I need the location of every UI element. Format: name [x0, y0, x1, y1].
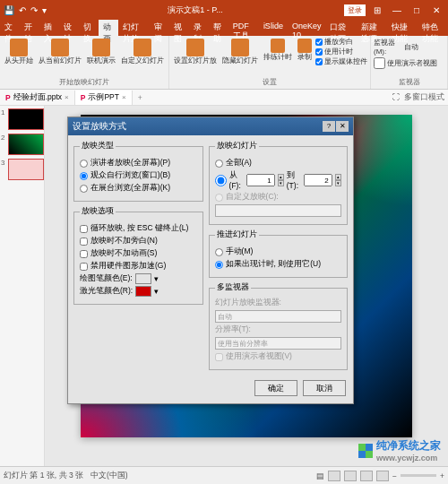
- sorter-view-icon[interactable]: [344, 471, 357, 481]
- setup-show-dialog: 设置放映方式 ?✕ 放映类型 演讲者放映(全屏幕)(P) 观众自行浏览(窗口)(…: [67, 117, 354, 404]
- file-tab-0[interactable]: P经验封面.pptx×: [0, 91, 75, 105]
- pen-color-picker[interactable]: [135, 273, 151, 284]
- cancel-button[interactable]: 取消: [303, 380, 346, 396]
- watermark: 纯净系统之家 www.ycwjz.com: [358, 438, 441, 462]
- dropdown-icon[interactable]: ▾: [154, 287, 159, 296]
- monitor-label: 监视器(M):: [374, 38, 401, 56]
- maximize-icon[interactable]: □: [409, 5, 425, 15]
- rehearse-button[interactable]: 排练计时: [262, 38, 294, 66]
- radio-speaker[interactable]: 演讲者放映(全屏幕)(P): [80, 158, 197, 169]
- radio-range-slides[interactable]: [215, 175, 227, 186]
- narration-check[interactable]: 播放旁白: [315, 38, 367, 47]
- watermark-icon: [358, 444, 373, 458]
- login-button[interactable]: 登录: [344, 4, 366, 16]
- menu-16[interactable]: 快捷功能: [387, 20, 418, 36]
- timing-check[interactable]: 使用计时: [315, 48, 367, 56]
- close-tab-icon[interactable]: ×: [65, 93, 69, 101]
- menu-1[interactable]: 开始: [20, 20, 39, 36]
- disable-hw-check[interactable]: 禁用硬件图形加速(G): [80, 261, 197, 272]
- presenter-view-check[interactable]: 使用演示者视图: [374, 57, 444, 69]
- loop-check[interactable]: 循环放映, 按 ESC 键终止(L): [80, 223, 197, 234]
- no-narration-check[interactable]: 放映时不加旁白(N): [80, 236, 197, 246]
- online-present-button[interactable]: 联机演示: [85, 38, 117, 65]
- reading-view-icon[interactable]: [360, 471, 373, 481]
- monitor-select-dlg: 自动: [215, 310, 341, 323]
- radio-browsed[interactable]: 观众自行浏览(窗口)(B): [80, 170, 197, 181]
- custom-show-select: [215, 204, 341, 217]
- no-animation-check[interactable]: 放映时不加动画(S): [80, 248, 197, 259]
- file-tab-1[interactable]: P示例PPT×: [75, 91, 133, 105]
- dialog-help-icon[interactable]: ?: [323, 121, 335, 132]
- dropdown-icon[interactable]: ▾: [154, 274, 159, 283]
- close-tab-icon[interactable]: ×: [122, 93, 126, 101]
- redo-icon[interactable]: ↷: [30, 5, 38, 15]
- spin-down-icon[interactable]: ▾: [278, 180, 284, 186]
- from-beginning-button[interactable]: 从头开始: [3, 38, 35, 65]
- spin-down-icon[interactable]: ▾: [335, 180, 341, 186]
- menu-14[interactable]: 口袋动画: [325, 20, 356, 36]
- record-button[interactable]: 录制: [296, 38, 314, 66]
- menu-12[interactable]: iSlide: [259, 20, 288, 36]
- notes-button[interactable]: ▤: [316, 471, 324, 480]
- ok-button[interactable]: 确定: [254, 380, 297, 396]
- from-current-button[interactable]: 从当前幻灯片: [37, 38, 83, 65]
- slide-thumb-1[interactable]: [8, 108, 44, 130]
- slide-thumb-2[interactable]: [8, 134, 44, 155]
- dialog-title: 设置放映方式: [73, 120, 126, 133]
- show-options-group: 放映选项 循环放映, 按 ESC 键终止(L) 放映时不加旁白(N) 放映时不加…: [73, 206, 203, 305]
- menu-11[interactable]: PDF工具: [228, 20, 259, 36]
- resolution-select: 使用当前分辨率: [215, 337, 341, 350]
- menu-17[interactable]: 特色功能: [418, 20, 448, 36]
- language-indicator[interactable]: 中文(中国): [90, 471, 128, 481]
- menu-6[interactable]: 幻灯片放: [118, 20, 149, 36]
- media-check[interactable]: 显示媒体控件: [315, 57, 367, 66]
- radio-manual[interactable]: 手动(M): [215, 246, 341, 257]
- menu-2[interactable]: 插入: [39, 20, 59, 36]
- menu-3[interactable]: 设计: [59, 20, 79, 36]
- zoom-in-icon[interactable]: +: [440, 471, 444, 480]
- menu-9[interactable]: 录制: [189, 20, 209, 36]
- radio-all-slides[interactable]: 全部(A): [215, 158, 341, 169]
- from-spinner[interactable]: [246, 174, 275, 186]
- close-icon[interactable]: ✕: [428, 5, 444, 15]
- fullscreen-icon[interactable]: ⛶: [392, 92, 401, 103]
- dialog-close-icon[interactable]: ✕: [336, 121, 349, 132]
- menu-15[interactable]: 新建选项: [357, 20, 387, 36]
- slideshow-view-icon[interactable]: [376, 471, 389, 481]
- presenter-view-dlg-check[interactable]: 使用演示者视图(V): [215, 351, 341, 362]
- radio-timings[interactable]: 如果出现计时, 则使用它(U): [215, 259, 341, 270]
- group-setup-label: 设置: [172, 78, 367, 87]
- radio-kiosk[interactable]: 在展台浏览(全屏幕)(K): [80, 183, 197, 194]
- menu-10[interactable]: 帮助: [209, 20, 228, 36]
- menu-13[interactable]: OneKey 10: [288, 20, 326, 36]
- show-slides-group: 放映幻灯片 全部(A) 从(F): ▴▾ 到(T): ▴▾ 自定义放映(C):: [209, 141, 348, 225]
- laser-color-picker[interactable]: [135, 286, 151, 297]
- slide-counter: 幻灯片 第 1 张, 共 3 张: [4, 471, 83, 481]
- radio-custom-show[interactable]: 自定义放映(C):: [215, 192, 341, 203]
- menu-8[interactable]: 视图: [169, 20, 189, 36]
- custom-show-button[interactable]: 自定义幻灯片: [119, 38, 166, 65]
- menu-0[interactable]: 文件: [0, 20, 20, 36]
- save-icon[interactable]: 💾: [4, 5, 14, 15]
- spin-up-icon[interactable]: ▴: [335, 174, 341, 180]
- ribbon-opts-icon[interactable]: ⊞: [369, 5, 385, 15]
- menu-5[interactable]: 动画: [99, 20, 118, 36]
- normal-view-icon[interactable]: [328, 471, 340, 481]
- minimize-icon[interactable]: —: [389, 5, 405, 15]
- menu-4[interactable]: 切换: [79, 20, 99, 36]
- zoom-out-icon[interactable]: −: [392, 471, 397, 480]
- group-monitor-label: 监视器: [374, 78, 444, 87]
- spin-up-icon[interactable]: ▴: [278, 174, 284, 180]
- multi-monitor-group: 多监视器 幻灯片放映监视器: 自动 分辨率(T): 使用当前分辨率 使用演示者视…: [209, 282, 348, 370]
- menu-7[interactable]: 审阅: [150, 20, 169, 36]
- slide-thumb-3[interactable]: [8, 159, 44, 180]
- add-tab-icon[interactable]: +: [133, 91, 148, 104]
- to-spinner[interactable]: [304, 174, 332, 186]
- hide-slide-button[interactable]: 隐藏幻灯片: [220, 38, 260, 66]
- undo-icon[interactable]: ↶: [19, 5, 26, 15]
- multi-window-button[interactable]: 多窗口模式: [404, 92, 444, 103]
- monitor-select[interactable]: 自动: [402, 41, 444, 53]
- zoom-slider[interactable]: [401, 474, 436, 477]
- setup-show-button[interactable]: 设置幻灯片放: [172, 38, 219, 66]
- window-title: 演示文稿1 - P...: [47, 4, 344, 16]
